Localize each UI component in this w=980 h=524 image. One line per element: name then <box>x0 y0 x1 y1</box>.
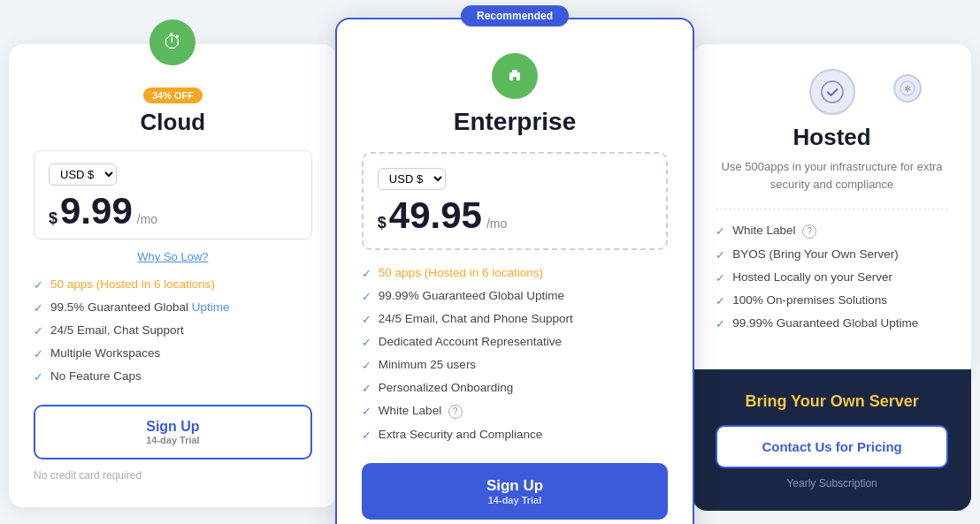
enterprise-price-row: $ 49.95 /mo <box>378 197 652 234</box>
check-icon: ✓ <box>34 301 43 315</box>
enterprise-title: Enterprise <box>362 108 668 136</box>
check-icon: ✓ <box>362 336 371 349</box>
cloud-signup-sub: 14-day Trial <box>48 435 298 445</box>
list-item: ✓ Personalized Onboarding <box>362 381 668 395</box>
feature-text: 50 apps (Hosted in 6 locations) <box>379 266 543 279</box>
hosted-feature-list: ✓ White Label ? ✓ BYOS (Bring Your Own S… <box>716 224 948 330</box>
feature-text: White Label ? <box>379 404 463 419</box>
cloud-price-row: $ 9.99 /mo <box>49 193 297 230</box>
check-icon: ✓ <box>716 294 725 308</box>
feature-text: 24/5 Email, Chat and Phone Support <box>379 312 573 325</box>
cloud-currency-select[interactable]: USD $ <box>49 163 117 186</box>
feature-text: 24/5 Email, Chat Support <box>50 323 184 337</box>
list-item: ✓ No Feature Caps <box>34 369 312 384</box>
list-item: ✓ White Label ? <box>362 404 668 419</box>
feature-text: Extra Security and Compliance <box>379 428 542 441</box>
cloud-no-cc: No credit card required <box>34 469 142 482</box>
list-item: ✓ Multiple Workspaces <box>34 346 312 361</box>
feature-text: No Feature Caps <box>50 369 142 383</box>
list-item: ✓ Dedicated Account Representative <box>362 335 668 349</box>
check-icon: ✓ <box>362 290 371 303</box>
feature-text: Minimum 25 users <box>379 358 476 371</box>
cloud-title: Cloud <box>34 109 312 136</box>
hosted-card: ✱ Hosted Use 500apps in your infrastruct… <box>693 44 971 511</box>
cloud-currency-box: USD $ $ 9.99 /mo <box>34 150 312 239</box>
feature-text: 99.99% Guaranteed Global Uptime <box>379 289 564 302</box>
check-icon: ✓ <box>362 313 371 326</box>
enterprise-signup-label: Sign Up <box>376 477 654 495</box>
tooltip-icon[interactable]: ? <box>802 224 816 239</box>
cloud-currency-selector[interactable]: USD $ <box>49 163 297 186</box>
check-icon: ✓ <box>716 271 725 285</box>
cloud-price-amount: 9.99 <box>60 193 133 230</box>
cloud-signup-button[interactable]: Sign Up 14-day Trial <box>34 405 312 459</box>
svg-point-4 <box>822 81 843 103</box>
check-icon: ✓ <box>362 359 371 372</box>
check-icon: ✓ <box>716 317 725 330</box>
feature-text: White Label ? <box>732 224 816 239</box>
hosted-bottom-section: Bring Your Own Server Contact Us for Pri… <box>693 369 971 511</box>
hosted-top-section: ✱ Hosted Use 500apps in your infrastruct… <box>693 44 971 369</box>
contact-us-button[interactable]: Contact Us for Pricing <box>716 425 948 468</box>
check-icon: ✓ <box>362 429 371 442</box>
hosted-divider <box>716 209 948 209</box>
cloud-signup-label: Sign Up <box>48 419 298 435</box>
list-item: ✓ Minimum 25 users <box>362 358 668 372</box>
feature-text: 99.5% Guaranteed Global Uptime <box>50 300 230 314</box>
hosted-extra-icon: ✱ <box>893 74 922 103</box>
tooltip-icon[interactable]: ? <box>448 405 463 419</box>
feature-text: 99.99% Guaranteed Global Uptime <box>732 316 918 330</box>
cloud-icon-wrapper: ⏱ <box>149 19 195 65</box>
feature-text: Hosted Locally on your Server <box>732 270 892 284</box>
list-item: ✓ 100% On-premises Solutions <box>716 293 948 308</box>
list-item: ✓ 50 apps (Hosted in 6 locations) <box>34 277 312 292</box>
enterprise-currency-selector[interactable]: USD $ <box>378 168 652 190</box>
list-item: ✓ 99.5% Guaranteed Global Uptime <box>34 300 312 315</box>
list-item: ✓ White Label ? <box>716 224 948 239</box>
hosted-icon <box>809 69 855 115</box>
cloud-dollar-sign: $ <box>49 209 57 228</box>
recommended-badge: Recommended <box>461 5 569 27</box>
check-icon: ✓ <box>34 278 43 292</box>
why-so-low-link[interactable]: Why So Low? <box>34 250 312 263</box>
cloud-card: ⏱ 34% OFF Cloud USD $ $ 9.99 /mo Why So … <box>9 44 337 507</box>
svg-rect-2 <box>512 70 517 74</box>
byos-label: Bring Your Own Server <box>716 392 948 411</box>
check-icon: ✓ <box>34 370 43 384</box>
enterprise-dollar-sign: $ <box>378 214 387 232</box>
enterprise-price-amount: 49.95 <box>389 197 482 234</box>
hosted-icon-wrapper: ✱ <box>716 69 948 115</box>
check-icon: ✓ <box>362 382 371 395</box>
enterprise-signup-button[interactable]: Sign Up 14-day Trial <box>362 463 668 520</box>
feature-text: 50 apps (Hosted in 6 locations) <box>50 277 215 291</box>
hosted-subtitle: Use 500apps in your infrastructure for e… <box>716 158 948 193</box>
feature-text: Dedicated Account Representative <box>379 335 562 348</box>
list-item: ✓ 24/5 Email, Chat and Phone Support <box>362 312 668 326</box>
enterprise-card: Recommended Enterprise USD $ $ 49.95 <box>335 18 694 524</box>
yearly-subscription-label: Yearly Subscription <box>716 477 948 490</box>
list-item: ✓ 99.99% Guaranteed Global Uptime <box>362 289 668 303</box>
feature-text: Multiple Workspaces <box>50 346 160 360</box>
enterprise-price-box: USD $ $ 49.95 /mo <box>362 152 668 250</box>
cloud-icon: ⏱ <box>149 19 195 65</box>
cloud-price-period: /mo <box>137 212 157 226</box>
list-item: ✓ 50 apps (Hosted in 6 locations) <box>362 266 668 280</box>
list-item: ✓ 24/5 Email, Chat Support <box>34 323 312 338</box>
feature-text: BYOS (Bring Your Own Server) <box>732 247 899 261</box>
enterprise-currency-select[interactable]: USD $ <box>378 168 446 190</box>
enterprise-signup-sub: 14-day Trial <box>376 495 654 505</box>
cloud-feature-list: ✓ 50 apps (Hosted in 6 locations) ✓ 99.5… <box>34 277 312 384</box>
enterprise-feature-list: ✓ 50 apps (Hosted in 6 locations) ✓ 99.9… <box>362 266 668 442</box>
enterprise-price-period: /mo <box>486 216 507 231</box>
check-icon: ✓ <box>34 347 43 361</box>
svg-text:✱: ✱ <box>904 84 911 94</box>
pricing-container: ⏱ 34% OFF Cloud USD $ $ 9.99 /mo Why So … <box>9 18 971 524</box>
list-item: ✓ 99.99% Guaranteed Global Uptime <box>716 316 948 330</box>
check-icon: ✓ <box>716 224 725 238</box>
feature-text: 100% On-premises Solutions <box>732 293 887 307</box>
hosted-title: Hosted <box>716 124 948 151</box>
feature-text: Personalized Onboarding <box>379 381 513 394</box>
list-item: ✓ BYOS (Bring Your Own Server) <box>716 247 948 262</box>
check-icon: ✓ <box>362 405 371 418</box>
check-icon: ✓ <box>716 248 725 262</box>
